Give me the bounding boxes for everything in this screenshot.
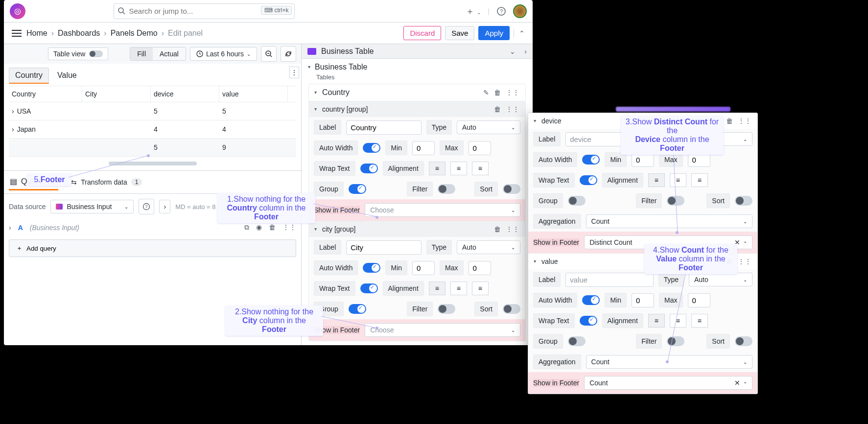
trash-icon[interactable]: 🗑 <box>726 258 733 265</box>
drag-icon[interactable]: ⋮⋮ <box>738 117 751 125</box>
align-left-icon[interactable]: ≡ <box>648 173 665 187</box>
sort-toggle[interactable] <box>503 304 520 314</box>
tab-country[interactable]: Country <box>9 68 49 84</box>
autowidth-toggle[interactable] <box>582 155 600 165</box>
datasource-select[interactable]: Business Input ⌄ <box>50 200 134 213</box>
group-toggle[interactable] <box>568 196 586 206</box>
footer-select[interactable]: Distinct Count✕⌄ <box>584 236 752 249</box>
footer-select[interactable]: Choose⌄ <box>365 323 520 337</box>
expand-icon[interactable]: ⌃ <box>514 29 525 37</box>
max-input[interactable] <box>469 261 491 275</box>
copy-icon[interactable]: ⧉ <box>244 223 249 232</box>
autowidth-toggle[interactable] <box>363 263 380 273</box>
type-select[interactable]: Auto⌄ <box>457 120 520 134</box>
group-toggle[interactable] <box>349 184 366 194</box>
zoom-out-icon[interactable] <box>261 46 277 62</box>
chevron-right-icon[interactable]: › <box>12 107 14 115</box>
wraptext-toggle[interactable] <box>360 164 378 173</box>
column-header[interactable]: ▸ country [group] 🗑⋮⋮ <box>309 101 525 117</box>
crumb-panels[interactable]: Panels Demo <box>111 29 158 38</box>
min-input[interactable] <box>412 261 435 275</box>
crumb-dashboards[interactable]: Dashboards <box>58 29 100 38</box>
table-row[interactable]: ›Japan 4 4 <box>9 120 296 139</box>
label-input[interactable] <box>346 240 421 255</box>
table-row[interactable]: ›USA 5 5 <box>9 102 296 120</box>
tab-value[interactable]: Value <box>51 68 83 84</box>
scrollbar[interactable] <box>109 162 197 165</box>
discard-button[interactable]: Discard <box>403 26 441 40</box>
panel-type-header[interactable]: Business Table ⌄ › <box>302 44 533 59</box>
save-button[interactable]: Save <box>445 26 474 40</box>
align-left-icon[interactable]: ≡ <box>429 162 446 175</box>
avatar[interactable] <box>513 4 527 18</box>
type-select[interactable]: Auto⌄ <box>689 132 752 146</box>
label-input[interactable] <box>565 273 653 287</box>
actual-option[interactable]: Actual <box>153 47 186 60</box>
more-icon[interactable]: ⋮ <box>289 67 299 78</box>
chevron-right-icon[interactable]: › <box>9 224 11 232</box>
trash-icon[interactable]: 🗑 <box>494 225 501 233</box>
drag-icon[interactable]: ⋮⋮ <box>506 105 519 113</box>
tab-query[interactable]: ▤ Query 1 <box>9 174 58 190</box>
align-center-icon[interactable]: ≡ <box>450 162 467 175</box>
column-header[interactable]: ▸ value 🗑⋮⋮ <box>528 254 757 269</box>
menu-icon[interactable] <box>12 30 22 37</box>
autowidth-toggle[interactable] <box>363 143 380 153</box>
drag-icon[interactable]: ⋮⋮ <box>506 225 519 233</box>
tab-transform[interactable]: ⇆ Transform data 1 <box>70 175 143 189</box>
col-device[interactable]: device <box>151 86 219 102</box>
col-city[interactable]: City <box>82 86 151 102</box>
chevron-right-icon[interactable]: › <box>12 125 14 133</box>
min-input[interactable] <box>412 141 435 155</box>
trash-icon[interactable]: 🗑 <box>269 223 276 232</box>
wraptext-toggle[interactable] <box>580 175 597 185</box>
clear-icon[interactable]: ✕ <box>734 238 740 246</box>
align-left-icon[interactable]: ≡ <box>429 282 446 295</box>
col-value[interactable]: value <box>219 86 288 102</box>
time-range-button[interactable]: Last 6 hours ⌄ <box>190 47 257 61</box>
wraptext-toggle[interactable] <box>360 283 378 293</box>
column-header[interactable]: ▸ device 🗑⋮⋮ <box>528 113 757 129</box>
footer-select[interactable]: Choose⌄ <box>365 203 520 217</box>
align-right-icon[interactable]: ≡ <box>472 162 489 175</box>
drag-icon[interactable]: ⋮⋮ <box>506 89 519 96</box>
col-country[interactable]: Country <box>9 86 82 102</box>
expand-arrow[interactable]: › <box>159 200 170 213</box>
filter-toggle[interactable] <box>667 336 684 346</box>
align-right-icon[interactable]: ≡ <box>691 314 708 328</box>
plus-icon[interactable]: ＋ ⌄ <box>466 5 481 17</box>
drag-icon[interactable]: ⋮⋮ <box>282 223 296 232</box>
min-input[interactable] <box>632 153 654 167</box>
add-query-button[interactable]: ＋ Add query <box>9 239 296 257</box>
align-left-icon[interactable]: ≡ <box>648 314 665 328</box>
trash-icon[interactable]: 🗑 <box>494 105 501 113</box>
sort-toggle[interactable] <box>735 336 752 346</box>
aggregation-select[interactable]: Count⌄ <box>586 214 752 228</box>
filter-toggle[interactable] <box>667 196 684 206</box>
fill-option[interactable]: Fill <box>130 47 153 60</box>
type-select[interactable]: Auto⌄ <box>689 273 752 286</box>
table-view-toggle[interactable]: Table view <box>48 47 108 60</box>
label-input[interactable] <box>346 120 421 135</box>
drag-icon[interactable]: ⋮⋮ <box>738 258 751 265</box>
max-input[interactable] <box>688 293 710 307</box>
filter-toggle[interactable] <box>438 304 455 314</box>
apply-button[interactable]: Apply <box>478 26 510 40</box>
datasource-help-icon[interactable]: ? <box>139 199 154 214</box>
fill-actual-pill[interactable]: Fill Actual <box>130 47 186 61</box>
refresh-icon[interactable] <box>281 46 296 62</box>
label-input[interactable] <box>565 132 653 146</box>
query-row[interactable]: › A (Business Input) ⧉ ◉ 🗑 ⋮⋮ <box>4 219 301 232</box>
sort-toggle[interactable] <box>503 184 520 194</box>
column-header[interactable]: ▸ city [group] 🗑⋮⋮ <box>309 221 525 237</box>
autowidth-toggle[interactable] <box>582 295 600 305</box>
max-input[interactable] <box>469 141 491 155</box>
eye-icon[interactable]: ◉ <box>256 223 262 232</box>
table-card-header[interactable]: ▸ Country ✎ 🗑 ⋮⋮ <box>309 84 525 101</box>
trash-icon[interactable]: 🗑 <box>726 117 733 125</box>
crumb-home[interactable]: Home <box>26 29 47 38</box>
chevron-right-icon[interactable]: › <box>524 47 527 55</box>
filter-toggle[interactable] <box>438 184 455 194</box>
max-input[interactable] <box>688 153 710 167</box>
type-select[interactable]: Auto⌄ <box>457 240 520 254</box>
